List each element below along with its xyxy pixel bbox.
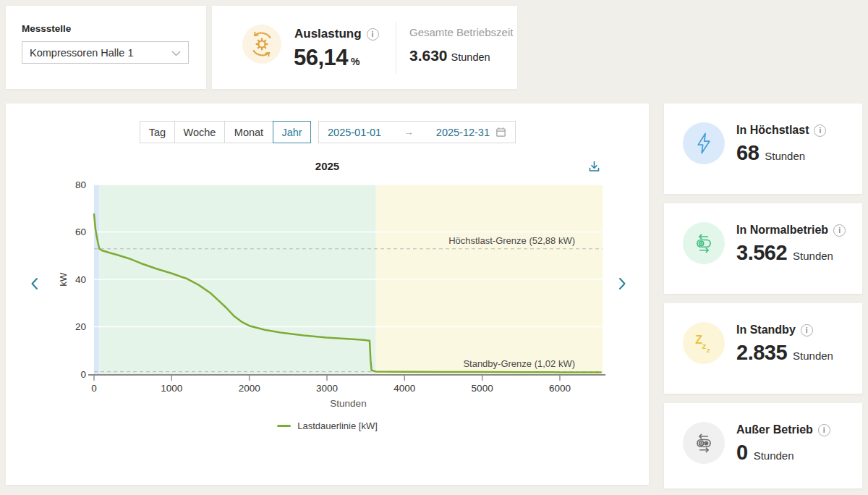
stat-title: Außer Betrieb [736,423,813,436]
svg-text:Stunden: Stunden [330,398,366,409]
chart-legend: Lastdauerlinie [kW] [6,420,649,431]
total-runtime-label: Gesamte Betriebszeit [409,26,513,38]
stat-title: In Normalbetrieb [736,224,828,237]
measuring-point-selected-value: Kompressoren Halle 1 [30,47,133,59]
utilization-unit: % [351,56,359,67]
stat-value: 68 [736,141,759,165]
stat-unit: Stunden [754,449,794,462]
info-icon[interactable]: i [833,224,846,237]
toggle-arrows-icon [683,222,725,264]
date-to[interactable]: 2025-12-31 [436,127,490,138]
stat-card-normalbetrieb: In Normalbetriebi 3.562Stunden [664,203,862,294]
tab-woche[interactable]: Woche [174,121,225,143]
svg-text:kW: kW [58,272,69,287]
svg-text:80: 80 [75,179,86,190]
date-from[interactable]: 2025-01-01 [328,127,381,138]
info-icon[interactable]: i [801,324,813,337]
svg-text:40: 40 [75,274,86,285]
total-runtime-unit: Stunden [451,51,490,63]
stat-title: In Standby [736,323,796,337]
utilization-title: Auslastung [294,27,362,41]
gear-sync-icon [242,25,281,64]
tab-monat[interactable]: Monat [224,121,273,143]
svg-text:60: 60 [75,227,86,237]
svg-text:z: z [707,347,710,354]
stat-card-standby: Z z z In Standbyi 2.835Stunden [664,303,862,394]
load-duration-chart[interactable]: Höchstlast-Grenze (52,88 kW)Standby-Gren… [6,173,649,415]
utilization-value: 56,14% [294,45,359,71]
info-icon[interactable]: i [818,424,830,436]
total-runtime-value: 3.630Stunden [409,47,490,64]
svg-text:0: 0 [91,383,97,394]
measuring-point-label: Messstelle [22,23,71,34]
svg-text:0: 0 [80,369,86,380]
tab-jahr[interactable]: Jahr [273,121,311,143]
chart-title: 2025 [6,160,649,172]
svg-text:4000: 4000 [393,383,415,394]
legend-label: Lastdauerlinie [kW] [297,420,378,431]
stat-value: 2.835 [736,341,787,365]
divider [396,22,396,74]
stat-value: 3.562 [736,241,787,265]
svg-text:Standby-Grenze (1,02 kW): Standby-Grenze (1,02 kW) [463,358,575,369]
toggle-arrows-icon [683,422,725,464]
date-range-arrow-icon: → [387,127,430,138]
sleep-zzz-icon: Z z z [683,322,725,364]
svg-text:2000: 2000 [239,383,260,394]
svg-text:z: z [702,341,707,350]
stat-card-ausser-betrieb: Außer Betriebi 0Stunden [664,403,862,488]
svg-text:3000: 3000 [316,383,338,394]
measuring-point-card: Messstelle Kompressoren Halle 1 [6,6,206,89]
info-icon[interactable]: i [814,124,826,137]
legend-line-swatch [277,425,291,427]
stat-title: In Höchstlast [736,124,809,137]
measuring-point-select[interactable]: Kompressoren Halle 1 [22,41,189,64]
stat-unit: Stunden [793,250,833,262]
svg-text:20: 20 [75,321,86,332]
stat-card-hoechstlast: In Höchstlasti 68Stunden [664,103,862,194]
period-tabs: Tag Woche Monat Jahr [140,121,311,143]
svg-text:1000: 1000 [161,383,182,394]
svg-text:5000: 5000 [472,383,493,394]
date-range-picker[interactable]: 2025-01-01 → 2025-12-31 [318,121,516,143]
stat-value: 0 [736,441,748,465]
load-duration-panel: Tag Woche Monat Jahr 2025-01-01 → 2025-1… [6,103,649,485]
calendar-icon[interactable] [495,127,506,138]
lightning-icon [683,122,725,164]
utilization-card: Auslastung i 56,14% Gesamte Betriebszeit… [212,6,517,89]
info-icon[interactable]: i [367,28,379,41]
tab-tag[interactable]: Tag [140,121,175,143]
chevron-down-icon [171,51,181,56]
svg-text:6000: 6000 [549,383,571,394]
stat-unit: Stunden [765,150,805,162]
stat-unit: Stunden [793,350,833,362]
svg-text:Höchstlast-Grenze (52,88 kW): Höchstlast-Grenze (52,88 kW) [448,235,575,246]
